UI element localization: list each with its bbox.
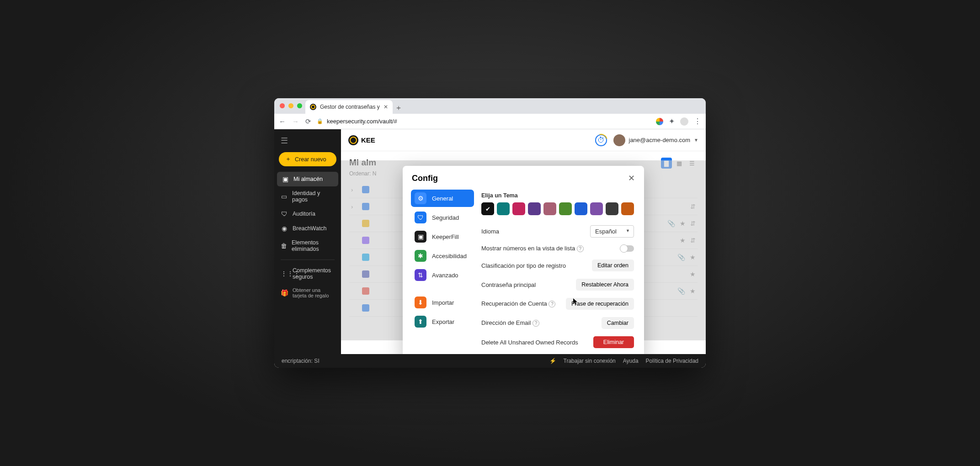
settings-tab-label: Avanzado bbox=[432, 272, 458, 279]
language-value: Español bbox=[595, 228, 617, 235]
card-icon: ▭ bbox=[281, 193, 288, 200]
sidebar-item-breachwatch[interactable]: ◉ BreachWatch bbox=[274, 221, 341, 236]
sidebar-item-deleted[interactable]: 🗑 Elementos eliminados bbox=[274, 236, 341, 256]
help-link[interactable]: Ayuda bbox=[623, 358, 639, 364]
profile-icon[interactable] bbox=[680, 117, 688, 126]
recovery-phrase-button[interactable]: Frase de recuperación bbox=[566, 298, 634, 310]
help-icon[interactable]: ? bbox=[577, 245, 584, 252]
logo-icon bbox=[348, 135, 358, 145]
topbar: KEE ⏱ jane@acme-demo.com ▼ bbox=[341, 129, 706, 151]
modal-title: Config bbox=[412, 174, 438, 183]
theme-swatch[interactable] bbox=[575, 202, 587, 215]
avatar bbox=[613, 134, 625, 146]
theme-swatch[interactable] bbox=[528, 202, 541, 215]
favicon-icon bbox=[310, 104, 316, 110]
delete-button[interactable]: Eliminar bbox=[593, 336, 634, 348]
settings-tab-keeperfill[interactable]: ▣ KeeperFill bbox=[411, 228, 474, 245]
theme-swatch[interactable] bbox=[497, 202, 510, 215]
extension-color-icon[interactable] bbox=[656, 118, 663, 125]
address-bar[interactable]: 🔒 keepersecurity.com/vault/# bbox=[317, 118, 650, 125]
change-email-button[interactable]: Cambiar bbox=[602, 317, 634, 329]
apps-icon: ⋮⋮⋮ bbox=[281, 270, 288, 277]
export-icon: ⬆ bbox=[415, 316, 426, 328]
theme-swatch[interactable] bbox=[590, 202, 603, 215]
language-select[interactable]: Español bbox=[590, 225, 634, 238]
help-icon[interactable]: ? bbox=[533, 320, 539, 327]
settings-pane-general: Elija un Tema Idioma Español Mostrar núm… bbox=[479, 187, 644, 354]
maximize-window[interactable] bbox=[297, 103, 302, 108]
setting-row-master-password: Contraseña principal Restablecer Ahora bbox=[481, 275, 634, 294]
reload-button[interactable]: ⟳ bbox=[305, 117, 311, 126]
settings-tab-general[interactable]: ⚙ General bbox=[411, 190, 474, 207]
divider bbox=[281, 259, 335, 260]
settings-tab-security[interactable]: 🛡 Seguridad bbox=[411, 209, 474, 226]
shield-icon: 🛡 bbox=[281, 210, 288, 217]
setting-row-language: Idioma Español bbox=[481, 222, 634, 241]
sidebar-item-label: Elementos eliminados bbox=[292, 239, 335, 252]
sidebar: ☰ ＋ Crear nuevo ▣ Mi almacén ▭ Identidad… bbox=[274, 129, 341, 354]
close-tab-icon[interactable]: ✕ bbox=[383, 104, 388, 110]
offline-link[interactable]: Trabajar sin conexión bbox=[564, 358, 616, 364]
settings-modal: Config ✕ ⚙ General 🛡 Seguridad bbox=[403, 166, 644, 354]
delete-records-label: Delete All Unshared Owned Records bbox=[481, 339, 589, 346]
lock-icon: 🔒 bbox=[317, 118, 323, 124]
setting-row-email: Dirección de Email ? Cambiar bbox=[481, 313, 634, 333]
advanced-icon: ⇅ bbox=[415, 269, 426, 281]
menu-toggle-icon[interactable]: ☰ bbox=[274, 134, 341, 150]
sidebar-item-identity[interactable]: ▭ Identidad y pagos bbox=[274, 186, 341, 207]
vault-icon: ▣ bbox=[282, 175, 289, 183]
sidebar-item-gift[interactable]: 🎁 Obtener una tarjeta de regalo bbox=[274, 284, 341, 302]
help-icon[interactable]: ? bbox=[549, 301, 555, 307]
close-modal-icon[interactable]: ✕ bbox=[628, 173, 635, 183]
browser-window: Gestor de contraseñas y ✕ ＋ ← → ⟳ 🔒 keep… bbox=[274, 98, 706, 368]
settings-nav: ⚙ General 🛡 Seguridad ▣ KeeperFill ✱ bbox=[403, 187, 479, 354]
theme-swatch[interactable] bbox=[559, 202, 572, 215]
minimize-window[interactable] bbox=[288, 103, 293, 108]
edit-order-button[interactable]: Editar orden bbox=[592, 259, 634, 271]
url-bar-row: ← → ⟳ 🔒 keepersecurity.com/vault/# ✦ ⋮ bbox=[274, 114, 706, 129]
sidebar-item-label: Obtener una tarjeta de regalo bbox=[293, 287, 335, 298]
theme-swatch[interactable] bbox=[606, 202, 618, 215]
reset-now-button[interactable]: Restablecer Ahora bbox=[576, 279, 634, 291]
back-button[interactable]: ← bbox=[279, 117, 286, 126]
settings-tab-advanced[interactable]: ⇅ Avanzado bbox=[411, 266, 474, 284]
show-numbers-toggle[interactable] bbox=[620, 245, 634, 252]
plus-icon: ＋ bbox=[285, 155, 291, 163]
chrome-menu-icon[interactable]: ⋮ bbox=[694, 117, 701, 126]
new-tab-button[interactable]: ＋ bbox=[393, 102, 405, 114]
create-new-button[interactable]: ＋ Crear nuevo bbox=[279, 152, 336, 166]
settings-tab-label: KeeperFill bbox=[432, 233, 459, 240]
theme-swatch[interactable] bbox=[512, 202, 525, 215]
sort-type-label: Clasificación por tipo de registro bbox=[481, 262, 587, 269]
app: ☰ ＋ Crear nuevo ▣ Mi almacén ▭ Identidad… bbox=[274, 129, 706, 354]
settings-tab-export[interactable]: ⬆ Exportar bbox=[411, 313, 474, 330]
close-window[interactable] bbox=[280, 103, 285, 108]
settings-tab-label: Exportar bbox=[432, 318, 454, 325]
bolt-icon: ⚡ bbox=[549, 358, 556, 364]
eye-icon: ◉ bbox=[281, 225, 288, 232]
settings-tab-accessibility[interactable]: ✱ Accesibilidad bbox=[411, 247, 474, 265]
theme-swatch[interactable] bbox=[543, 202, 556, 215]
create-new-label: Crear nuevo bbox=[295, 156, 326, 163]
sidebar-item-addons[interactable]: ⋮⋮⋮ Complementos seguros bbox=[274, 264, 341, 284]
import-icon: ⬇ bbox=[415, 297, 426, 308]
theme-label: Elija un Tema bbox=[481, 192, 634, 199]
theme-swatch[interactable] bbox=[621, 202, 634, 215]
gift-icon: 🎁 bbox=[281, 289, 288, 297]
settings-tab-import[interactable]: ⬇ Importar bbox=[411, 294, 474, 311]
sync-status-icon[interactable]: ⏱ bbox=[595, 134, 607, 146]
browser-tab[interactable]: Gestor de contraseñas y ✕ bbox=[305, 100, 393, 114]
chevron-down-icon: ▼ bbox=[694, 138, 698, 143]
tab-strip: Gestor de contraseñas y ✕ ＋ bbox=[274, 98, 706, 114]
trash-icon: 🗑 bbox=[281, 242, 287, 249]
show-numbers-label: Mostrar números en la vista de lista ? bbox=[481, 245, 616, 252]
user-menu[interactable]: jane@acme-demo.com ▼ bbox=[613, 134, 699, 146]
tab-title: Gestor de contraseñas y bbox=[320, 104, 380, 110]
sidebar-item-vault[interactable]: ▣ Mi almacén bbox=[277, 172, 338, 186]
forward-button[interactable]: → bbox=[292, 117, 299, 126]
extensions-icon[interactable]: ✦ bbox=[669, 117, 675, 126]
theme-swatch[interactable] bbox=[481, 202, 494, 215]
settings-tab-label: Importar bbox=[432, 299, 454, 306]
sidebar-item-audit[interactable]: 🛡 Auditoría bbox=[274, 207, 341, 221]
privacy-link[interactable]: Política de Privacidad bbox=[646, 358, 698, 364]
